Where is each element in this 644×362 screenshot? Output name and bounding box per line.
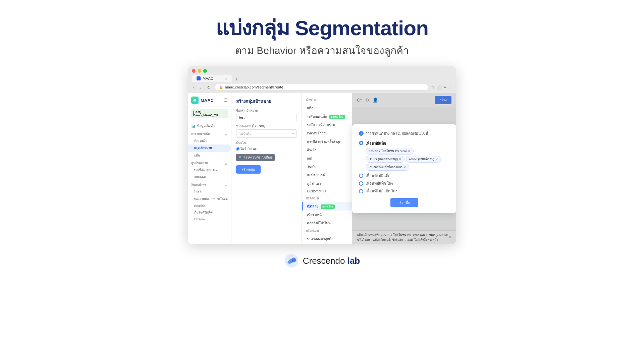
reload-button[interactable]: ↻: [206, 84, 212, 90]
sidebar-section-manage: การจัดการเพิ่ม ▲: [188, 130, 231, 137]
radio-no-limit-label: ไม่จำกัดเวลา: [240, 146, 258, 151]
chevron-icon-3[interactable]: ▲: [224, 183, 228, 187]
radio-unselected-2: [359, 174, 363, 178]
sidebar-channel[interactable]: [Test] Demo_MAAC_TH: [191, 109, 228, 118]
condition-join-time[interactable]: เวลาที่เข้าร่วม: [302, 129, 352, 137]
condition-income[interactable]: รายได้สม: [302, 243, 352, 244]
close-button-red[interactable]: [192, 69, 196, 73]
page-header: แบ่งกลุ่ม Segmentation ตาม Behavior หรือ…: [216, 16, 428, 58]
condition-section-general: เงื่อนไข: [302, 97, 352, 104]
tag-item-2: Horror (เกมสยองขวัญ) ✕: [366, 156, 405, 163]
sidebar-item-live-list[interactable]: รายชื่อนักแสดงสด: [188, 166, 231, 174]
tag-remove-1[interactable]: ✕: [408, 149, 411, 153]
sidebar-item-autoreply[interactable]: ข้อความตอบกลับอัตโนมัติ: [188, 195, 231, 203]
dropdown-chevron: ▾: [292, 132, 294, 135]
condition-pack-level[interactable]: ระดับของแพ็ก สถานะ ใหม่: [302, 112, 352, 121]
sidebar: MAAC ☰ [Test] Demo_MAAC_TH 📊 ข้อมูลเชิงล…: [188, 93, 231, 244]
radio-no-limit-input[interactable]: [236, 147, 239, 150]
modal-option2[interactable]: เพื่อนที่ไม่มีแท็ก: [359, 173, 449, 178]
check-condition-button[interactable]: 🔍 ตรวจสอบเงื่อนไขที่พบ: [236, 154, 275, 161]
title-en: Segmentation: [295, 16, 428, 40]
modal-option2-label: เพื่อนที่ไม่มีแท็ก: [366, 173, 390, 178]
tag-modal: i การกำหนดช่วงเวลาไม่มีผลต่อเงื่อนไขนี้ …: [352, 124, 456, 213]
sidebar-item-tag[interactable]: แท็ก: [188, 152, 231, 159]
modal-option4-label: เพื่อนที่ไม่มีแท็ก ใดๆ: [366, 189, 397, 194]
condition-page-view[interactable]: เข้าชมหน้า: [302, 210, 352, 219]
description-dropdown[interactable]: ไม่บังคับ ▾: [236, 129, 297, 138]
chevron-icon[interactable]: ▲: [224, 132, 228, 136]
sidebar-section-interface: อินเทอร์เฟซ ▲: [188, 181, 231, 188]
condition-birthday[interactable]: วันเกิด: [302, 163, 352, 171]
tab-close-icon[interactable]: ✕: [225, 77, 227, 80]
sidebar-item-template[interactable]: เทมเพลต: [188, 174, 231, 181]
sidebar-menu-icon[interactable]: ☰: [224, 98, 228, 103]
page-subtitle: ตาม Behavior หรือความสนใจของลูกค้า: [216, 43, 428, 58]
tag-remove-3[interactable]: ✕: [435, 158, 438, 161]
new-badge-2: สถาน ใหม่: [321, 204, 335, 209]
modal-option4[interactable]: เพื่อนที่ไม่มีแท็ก ใดๆ: [359, 189, 449, 194]
condition-channel[interactable]: เมาไซแนลด์: [302, 171, 352, 179]
url-text: maac.cresclab.com/segment/create: [225, 85, 283, 89]
tab-favicon: [197, 76, 201, 80]
tag-item-3: Action (เกมแอ็กชัน) ✕: [406, 156, 441, 163]
sidebar-item-widget[interactable]: เว็บไซต์วิดเจ็ต: [188, 209, 231, 216]
segment-name-input[interactable]: [236, 114, 297, 121]
modal-option3-label: เพื่อนที่มีแท็ก ใดๆ: [366, 181, 393, 186]
star-icon[interactable]: ☆: [431, 85, 435, 89]
chevron-icon-2[interactable]: ▲: [224, 162, 228, 165]
sidebar-item-post[interactable]: โพสต์: [188, 188, 231, 195]
app-content: MAAC ☰ [Test] Demo_MAAC_TH 📊 ข้อมูลเชิงล…: [188, 93, 456, 244]
menu-icon[interactable]: ⋮: [448, 85, 452, 89]
new-badge: สถานะ ใหม่: [329, 115, 345, 119]
page-title: แบ่งกลุ่ม Segmentation: [216, 16, 428, 40]
sidebar-item-deeplink[interactable]: deeplink: [188, 203, 231, 209]
condition-engagement[interactable]: ระดับการมีส่วนร่วม: [302, 121, 352, 129]
condition-click-promo[interactable]: คลิกลิงก์โปรโมท: [302, 219, 352, 227]
new-tab-button[interactable]: +: [233, 76, 240, 82]
condition-open[interactable]: เปิดสาย สถาน ใหม่: [302, 202, 352, 210]
modal-option1-label: เพื่อนที่มีแท็ก: [366, 140, 449, 146]
info-icon: i: [359, 131, 364, 136]
condition-code[interactable]: เลศ: [302, 154, 352, 163]
browser-window: MAAC ✕ + ‹ › ↻ 🔒 maac.cresclab.com/segme…: [188, 66, 456, 244]
extension-icon[interactable]: ⬜: [437, 85, 442, 89]
condition-last-active[interactable]: การมีส่วนร่วมครั้งล่าสุด: [302, 137, 352, 146]
sidebar-item-amount[interactable]: จำนวนเงิน: [188, 137, 231, 144]
active-tab[interactable]: MAAC ✕: [192, 75, 232, 82]
sidebar-item-tracelink[interactable]: tracelink: [188, 216, 231, 222]
radio-unselected-4: [359, 189, 363, 193]
check-icon: 🔍: [239, 156, 243, 159]
radio-selected: [359, 141, 363, 145]
radio-no-limit[interactable]: ไม่จำกัดเวลา: [236, 146, 258, 151]
browser-action-icons: ☆ ⬜ ● ⋮: [431, 85, 452, 89]
condition-section-product2: ผลิตภัณฑ์: [302, 227, 352, 235]
minimize-button-yellow[interactable]: [198, 69, 201, 73]
create-segment-panel: สร้างกลุ่มเป้าหมาย ชื่อกลุ่มเป้าหมาย ราย…: [231, 93, 302, 244]
modal-confirm-button[interactable]: เลือกขึ้น: [390, 198, 418, 207]
condition-price[interactable]: ราคาอสังหาลูกค้า: [302, 235, 352, 243]
action-panel: C° ⚙ 👤 สร้าง i การกำหนดช่วงเวลาไม่มีผลต่…: [352, 93, 456, 244]
tag-remove-4[interactable]: ✕: [404, 166, 406, 169]
condition-tag[interactable]: แท็ก: [302, 104, 352, 112]
sidebar-section-message-center: ศูนย์ข้อความ ▲: [188, 159, 231, 166]
forward-button[interactable]: ›: [199, 84, 203, 90]
back-button[interactable]: ‹: [192, 84, 196, 90]
sidebar-item-insights[interactable]: 📊 ข้อมูลเชิงลึก: [188, 122, 231, 130]
sidebar-item-target-group[interactable]: กลุ่มเป้าหมาย: [188, 144, 231, 152]
condition-list-panel: เงื่อนไข แท็ก ระดับของแพ็ก สถานะ ใหม่ ระ…: [302, 93, 352, 244]
condition-location[interactable]: ภูมิลำเนา: [302, 179, 352, 188]
create-group-button[interactable]: สร้างกลุ่ม: [236, 165, 261, 174]
maximize-button-green[interactable]: [203, 69, 207, 73]
footer: Crescendo lab: [284, 253, 360, 268]
address-field[interactable]: 🔒 maac.cresclab.com/segment/create: [215, 84, 428, 90]
tag-remove-2[interactable]: ✕: [399, 158, 401, 161]
description-label: รายละเอียด (ไม่บังคับ): [236, 124, 297, 128]
modal-option3[interactable]: เพื่อนที่มีแท็ก ใดๆ: [359, 181, 449, 186]
radio-group: ไม่จำกัดเวลา: [236, 146, 297, 151]
condition-customer-id[interactable]: Customer ID: [302, 188, 352, 195]
modal-overlay: i การกำหนดช่วงเวลาไม่มีผลต่อเงื่อนไขนี้ …: [352, 93, 456, 244]
modal-option1[interactable]: เพื่อนที่มีแท็ก ส่วนลด / โปรโมชัน PS Sto…: [359, 140, 449, 171]
condition-ref[interactable]: อ้างอิง: [302, 146, 352, 154]
profile-icon[interactable]: ●: [444, 85, 446, 89]
browser-addressbar: ‹ › ↻ 🔒 maac.cresclab.com/segment/create…: [188, 82, 456, 93]
